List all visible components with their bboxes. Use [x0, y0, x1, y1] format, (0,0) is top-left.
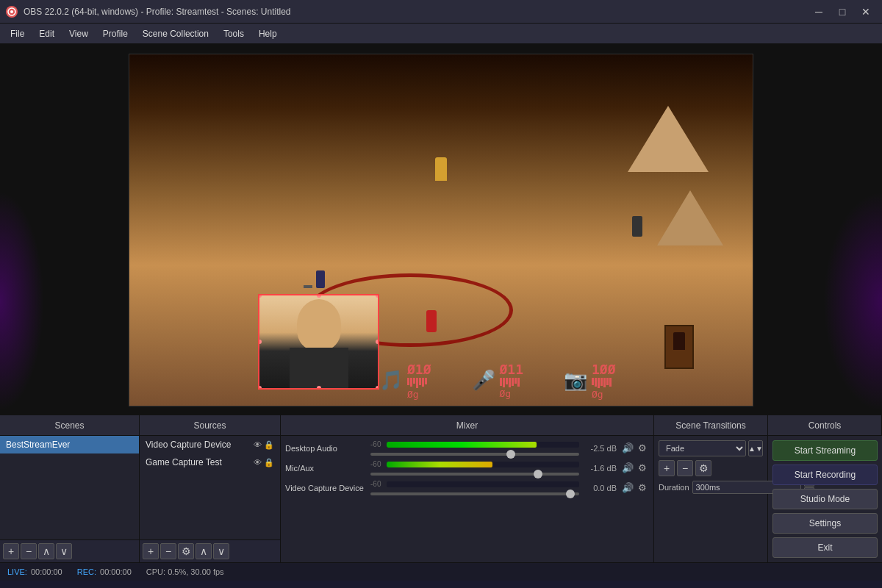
- cpu-status: CPU: 0.5%, 30.00 fps: [146, 567, 224, 576]
- menu-tools[interactable]: Tools: [216, 26, 251, 42]
- transition-select-arrow[interactable]: ▲▼: [748, 440, 763, 456]
- minimize-button[interactable]: ─: [808, 4, 829, 19]
- scenes-panel: BestStreamEver + − ∧ ∨: [0, 436, 140, 562]
- tent-1: [628, 106, 709, 172]
- exit-button[interactable]: Exit: [772, 537, 878, 558]
- cpu-label: CPU: 0.5%, 30.00 fps: [146, 567, 224, 576]
- menu-profile[interactable]: Profile: [96, 26, 135, 42]
- channel-db-mic: -1.6 dB: [584, 464, 617, 473]
- source-eye-icon[interactable]: 👁: [254, 440, 262, 450]
- char-1: [435, 157, 447, 181]
- studio-mode-button[interactable]: Studio Mode: [772, 489, 878, 509]
- source-item-video-capture[interactable]: Video Capture Device 👁 🔒: [140, 436, 280, 453]
- meter-1-bars: [407, 378, 431, 388]
- source-remove-button[interactable]: −: [160, 543, 176, 559]
- transitions-panel: Fade Cut Swipe Slide Stinger ▲▼ + − ⚙ Du…: [654, 436, 768, 562]
- game-background: 🎵 Ø1Ø Øg: [129, 54, 753, 406]
- char-3: [426, 310, 437, 332]
- statusbar: LIVE: 00:00:00 REC: 00:00:00 CPU: 0.5%, …: [0, 562, 882, 581]
- controls-panel: Start Streaming Start Recording Studio M…: [768, 436, 882, 562]
- source-up-button[interactable]: ∧: [196, 543, 212, 559]
- video-mute-button[interactable]: 🔊: [621, 481, 634, 495]
- live-status: LIVE: 00:00:00: [7, 567, 62, 576]
- channel-label-desktop: Desktop Audio: [285, 444, 366, 453]
- channel-db-video: 0.0 dB: [584, 484, 617, 492]
- transition-remove-button[interactable]: −: [677, 460, 693, 476]
- desktop-mute-button[interactable]: 🔊: [621, 442, 634, 455]
- mic-settings-button[interactable]: ⚙: [636, 462, 649, 475]
- desktop-vol-slider[interactable]: [370, 453, 579, 456]
- meter-3-number: 1ØØ: [592, 362, 616, 377]
- maximize-button[interactable]: □: [832, 4, 853, 19]
- window-title: OBS 22.0.2 (64-bit, windows) - Profile: …: [24, 7, 808, 17]
- webcam-body: [290, 348, 348, 388]
- webcam-head: [297, 299, 341, 351]
- channel-label-mic: Mic/Aux: [285, 464, 366, 473]
- webcam-feed: [259, 295, 378, 388]
- channel-meter-video: -60: [370, 480, 579, 495]
- source-eye-icon-2[interactable]: 👁: [254, 458, 262, 467]
- video-settings-button[interactable]: ⚙: [636, 481, 649, 495]
- desktop-settings-button[interactable]: ⚙: [636, 442, 649, 455]
- webcam-mid-bottom: [317, 386, 321, 390]
- settings-button[interactable]: Settings: [772, 513, 878, 534]
- menu-help[interactable]: Help: [251, 26, 284, 42]
- char-4: [316, 270, 325, 288]
- close-button[interactable]: ✕: [856, 4, 876, 19]
- source-lock-icon-2[interactable]: 🔒: [264, 458, 274, 467]
- sources-toolbar: + − ⚙ ∧ ∨: [140, 539, 280, 562]
- start-streaming-button[interactable]: Start Streaming: [772, 440, 878, 461]
- transition-settings-button[interactable]: ⚙: [695, 460, 711, 476]
- source-lock-icon[interactable]: 🔒: [264, 440, 274, 450]
- char-fallen: [304, 285, 312, 288]
- char-2: [632, 216, 642, 237]
- rec-time: 00:00:00: [100, 567, 132, 576]
- svg-point-1: [10, 10, 13, 13]
- menu-file[interactable]: File: [3, 26, 32, 42]
- scenes-toolbar: + − ∧ ∨: [0, 539, 139, 562]
- panel-headers: Scenes Sources Mixer Scene Transitions C…: [0, 415, 882, 436]
- source-down-button[interactable]: ∨: [213, 543, 229, 559]
- webcam-overlay: [258, 294, 379, 390]
- game-canvas: 🎵 Ø1Ø Øg: [129, 54, 753, 406]
- transitions-header: Scene Transitions: [654, 415, 768, 435]
- duration-label: Duration: [659, 483, 689, 492]
- menu-edit[interactable]: Edit: [32, 26, 62, 42]
- channel-meter-desktop: -60: [370, 440, 579, 456]
- start-recording-button[interactable]: Start Recording: [772, 465, 878, 485]
- transition-add-button[interactable]: +: [659, 460, 675, 476]
- transition-type-select[interactable]: Fade Cut Swipe Slide Stinger: [659, 440, 746, 456]
- scene-up-button[interactable]: ∧: [38, 543, 54, 559]
- meter-1-number: Ø1Ø: [407, 362, 431, 377]
- scene-remove-button[interactable]: −: [21, 543, 37, 559]
- bottom-panel: Scenes Sources Mixer Scene Transitions C…: [0, 415, 882, 562]
- source-list: Video Capture Device 👁 🔒 Game Capture Te…: [140, 436, 280, 539]
- meter-3-bars: [592, 378, 616, 388]
- meter-1-sub: Øg: [407, 389, 431, 400]
- preview-meter-2: 🎤 Ø11 Øg: [472, 362, 524, 399]
- mixer-channel-mic: Mic/Aux -60 -1.6 dB 🔊 ⚙: [285, 460, 649, 476]
- channel-db-desktop: -2.5 dB: [584, 444, 617, 453]
- scene-add-button[interactable]: +: [3, 543, 19, 559]
- window-controls: ─ □ ✕: [808, 4, 876, 19]
- panel-content: BestStreamEver + − ∧ ∨ Video Capture Dev…: [0, 436, 882, 562]
- source-item-game-capture[interactable]: Game Capture Test 👁 🔒: [140, 453, 280, 471]
- duration-row: Duration ▲ ▼: [659, 480, 763, 494]
- scene-down-button[interactable]: ∨: [56, 543, 72, 559]
- meter-2-icon: 🎤: [472, 369, 495, 392]
- source-add-button[interactable]: +: [143, 543, 159, 559]
- source-settings-button[interactable]: ⚙: [178, 543, 194, 559]
- sources-header: Sources: [140, 415, 281, 435]
- rec-label: REC:: [77, 567, 96, 576]
- channel-label-video: Video Capture Device: [285, 484, 366, 492]
- channel-icons-mic: 🔊 ⚙: [621, 462, 649, 475]
- menu-scene-collection[interactable]: Scene Collection: [135, 26, 216, 42]
- video-vol-slider[interactable]: [370, 492, 579, 495]
- mic-mute-button[interactable]: 🔊: [621, 462, 634, 475]
- scene-item-beststream[interactable]: BestStreamEver: [0, 436, 139, 453]
- transition-add-row: + − ⚙: [659, 460, 763, 476]
- mic-vol-slider[interactable]: [370, 473, 579, 476]
- webcam-corner-tr: [376, 294, 379, 298]
- menu-view[interactable]: View: [62, 26, 96, 42]
- ambient-left: [0, 191, 44, 412]
